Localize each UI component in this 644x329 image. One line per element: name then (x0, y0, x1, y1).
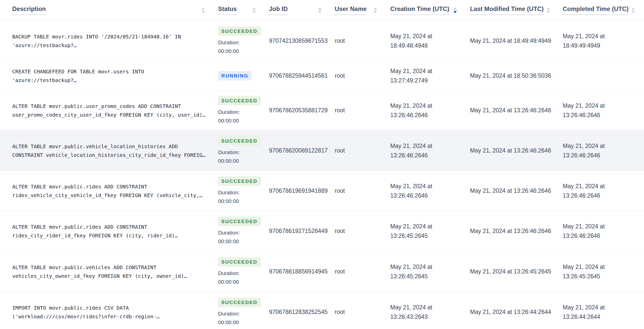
status-badge: SUCCEEDED (218, 96, 261, 105)
job-id-cell: 970678612838252545 (269, 309, 335, 316)
table-row: ALTER TABLE movr.public.rides ADD CONSTR… (0, 171, 644, 211)
job-description-link[interactable]: BACKUP TABLE movr.rides INTO '/2024/05/2… (12, 32, 218, 50)
last-modified-time-cell: May 21, 2024 at 13:26:46:2646 (470, 146, 563, 155)
completed-time-cell: May 21, 2024 at 18:49:49:4949 (563, 32, 644, 50)
duration-text: Duration: 00:00:00 (218, 108, 240, 125)
completed-time-cell: May 21, 2024 at 13:26:46:2646 (563, 141, 644, 160)
last-modified-time-cell: May 21, 2024 at 13:26:46:2646 (470, 106, 563, 115)
table-row: IMPORT INTO movr.public.rides CSV DATA (… (0, 292, 644, 329)
creation-time-cell: May 21, 2024 at 13:26:45:2645 (390, 262, 470, 281)
completed-time-cell: May 21, 2024 at 13:26:46:2646 (563, 182, 644, 200)
completed-time-cell: May 21, 2024 at 13:26:46:2646 (563, 222, 644, 241)
table-row: ALTER TABLE movr.public.user_promo_codes… (0, 90, 644, 131)
last-modified-time-cell: May 21, 2024 at 13:26:46:2646 (470, 186, 563, 196)
duration-text: Duration: 00:00:00 (218, 148, 240, 165)
sort-icon[interactable] (374, 7, 377, 13)
column-header-status[interactable]: Status (218, 0, 269, 20)
job-id-cell: 970678619271528449 (269, 228, 335, 235)
column-header-creation-time[interactable]: Creation Time (UTC) (390, 0, 470, 20)
column-label: User Name (335, 5, 367, 15)
job-description-link[interactable]: CREATE CHANGEFEED FOR TABLE movr.users I… (12, 67, 218, 85)
duration-text: Duration: 00:00:00 (218, 38, 240, 56)
sort-icon-active-desc[interactable] (453, 7, 457, 13)
user-name-cell: root (335, 187, 390, 194)
table-row: ALTER TABLE movr.public.rides ADD CONSTR… (0, 211, 644, 251)
status-badge: SUCCEEDED (218, 136, 261, 146)
status-cell: SUCCEEDED Duration: 00:00:00 (218, 257, 269, 286)
table-row: ALTER TABLE movr.public.vehicles ADD CON… (0, 251, 644, 292)
column-header-last-modified-time[interactable]: Last Modified Time (UTC) (470, 0, 563, 20)
user-name-cell: root (335, 268, 390, 275)
job-id-cell: 970678825944514561 (269, 72, 335, 79)
status-cell: SUCCEEDED Duration: 00:00:00 (218, 136, 269, 165)
job-description-link[interactable]: ALTER TABLE movr.public.vehicles ADD CON… (12, 263, 218, 280)
table-row: CREATE CHANGEFEED FOR TABLE movr.users I… (0, 61, 644, 90)
status-badge: SUCCEEDED (218, 298, 261, 307)
user-name-cell: root (335, 228, 390, 235)
creation-time-cell: May 21, 2024 at 13:26:46:2646 (390, 141, 470, 160)
status-badge: SUCCEEDED (218, 257, 261, 267)
completed-time-cell: May 21, 2024 at 13:26:45:2645 (563, 262, 644, 281)
sort-icon[interactable] (632, 7, 635, 13)
job-description-link[interactable]: ALTER TABLE movr.public.vehicle_location… (12, 142, 218, 159)
table-header-row: Description Status Job ID User Name Crea… (0, 0, 644, 21)
column-label: Job ID (269, 5, 288, 15)
duration-text: Duration: 00:00:00 (218, 188, 240, 205)
job-id-cell: 970678619691941889 (269, 187, 335, 194)
column-header-user-name[interactable]: User Name (335, 0, 390, 20)
status-badge: SUCCEEDED (218, 217, 261, 226)
sort-icon[interactable] (318, 7, 321, 13)
jobs-table: Description Status Job ID User Name Crea… (0, 0, 644, 329)
job-description-link[interactable]: ALTER TABLE movr.public.rides ADD CONSTR… (12, 182, 218, 200)
status-cell: SUCCEEDED Duration: 00:00:00 (218, 217, 269, 246)
status-badge: RUNNING (218, 71, 252, 80)
creation-time-cell: May 21, 2024 at 13:26:45:2645 (390, 222, 470, 241)
user-name-cell: root (335, 72, 390, 79)
last-modified-time-cell: May 21, 2024 at 13:26:46:2646 (470, 226, 563, 236)
job-id-cell: 970742130859671553 (269, 37, 335, 44)
sort-icon[interactable] (202, 7, 205, 13)
column-header-job-id[interactable]: Job ID (269, 0, 335, 20)
column-label: Creation Time (UTC) (390, 5, 449, 15)
job-description-link[interactable]: ALTER TABLE movr.public.user_promo_codes… (12, 102, 218, 119)
column-label: Last Modified Time (UTC) (470, 5, 544, 15)
duration-text: Duration: 00:00:00 (218, 309, 240, 327)
table-row: BACKUP TABLE movr.rides INTO '/2024/05/2… (0, 21, 644, 61)
job-id-cell: 970678618856914945 (269, 268, 335, 275)
status-cell: SUCCEEDED Duration: 00:00:00 (218, 176, 269, 205)
creation-time-cell: May 21, 2024 at 13:26:46:2646 (390, 101, 470, 120)
table-row-highlighted: ALTER TABLE movr.public.vehicle_location… (0, 131, 644, 171)
creation-time-cell: May 21, 2024 at 13:26:43:2643 (390, 303, 470, 322)
job-description-link[interactable]: ALTER TABLE movr.public.rides ADD CONSTR… (12, 223, 218, 240)
sort-icon[interactable] (252, 7, 256, 13)
creation-time-cell: May 21, 2024 at 13:27:49:2749 (390, 66, 470, 85)
status-badge: SUCCEEDED (218, 176, 261, 186)
last-modified-time-cell: May 21, 2024 at 13:26:45:2645 (470, 267, 563, 276)
user-name-cell: root (335, 37, 390, 44)
duration-text: Duration: 00:00:00 (218, 228, 240, 246)
job-id-cell: 970678620535881729 (269, 107, 335, 114)
column-label: Status (218, 5, 237, 15)
sort-icon[interactable] (547, 7, 550, 13)
completed-time-cell: May 21, 2024 at 13:26:46:2646 (563, 101, 644, 120)
status-cell: SUCCEEDED Duration: 00:00:00 (218, 26, 269, 56)
column-label: Completed Time (UTC) (563, 5, 628, 15)
completed-time-cell: May 21, 2024 at 13:26:44:2644 (563, 303, 644, 322)
duration-text: Duration: 00:00:00 (218, 269, 240, 286)
column-header-completed-time[interactable]: Completed Time (UTC) (563, 0, 644, 20)
creation-time-cell: May 21, 2024 at 13:26:46:2646 (390, 182, 470, 200)
user-name-cell: root (335, 107, 390, 114)
creation-time-cell: May 21, 2024 at 18:49:48:4948 (390, 32, 470, 50)
last-modified-time-cell: May 21, 2024 at 18:49:49:4949 (470, 36, 563, 46)
last-modified-time-cell: May 21, 2024 at 13:26:44:2644 (470, 307, 563, 317)
user-name-cell: root (335, 309, 390, 316)
job-id-cell: 970678620089122817 (269, 147, 335, 154)
column-label: Description (12, 5, 46, 15)
status-cell: SUCCEEDED Duration: 00:00:00 (218, 298, 269, 327)
user-name-cell: root (335, 147, 390, 154)
last-modified-time-cell: May 21, 2024 at 18:50:36:5036 (470, 71, 563, 80)
column-header-description[interactable]: Description (12, 0, 218, 20)
job-description-link[interactable]: IMPORT INTO movr.public.rides CSV DATA (… (12, 304, 218, 321)
status-badge: SUCCEEDED (218, 26, 261, 36)
status-cell: RUNNING (218, 71, 269, 80)
